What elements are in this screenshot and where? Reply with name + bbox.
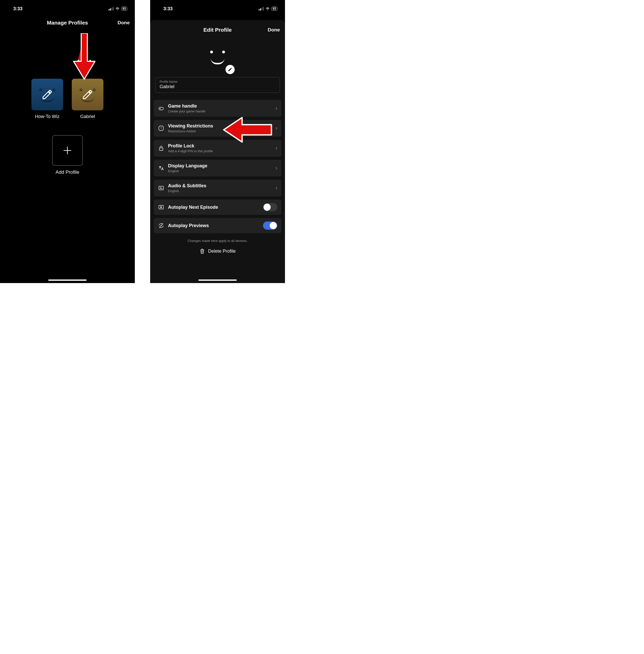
gamepad-icon — [158, 105, 164, 112]
profile-name: Gabriel — [72, 114, 104, 119]
done-button[interactable]: Done — [118, 20, 130, 26]
svg-rect-2 — [159, 186, 163, 190]
row-game-handle[interactable]: Game handle Create your game handle › — [154, 100, 281, 117]
edit-icon — [31, 79, 63, 110]
header: Edit Profile Done — [150, 22, 285, 37]
status-bar: 3:33 93 — [150, 0, 285, 13]
autoplay-previews-toggle[interactable] — [263, 222, 277, 230]
profile-avatar[interactable] — [203, 42, 232, 71]
add-profile-label: Add Profile — [0, 170, 135, 175]
row-audio-subtitles[interactable]: Audio & Subtitles English › — [154, 180, 281, 197]
annotation-arrow-down — [71, 33, 97, 84]
row-title: Display Language — [168, 163, 272, 168]
chevron-right-icon: › — [276, 185, 277, 191]
profile-name-input[interactable] — [160, 84, 276, 89]
row-autoplay-previews: Autoplay Previews — [154, 218, 281, 233]
subtitles-icon — [158, 185, 164, 191]
wifi-icon — [115, 7, 120, 10]
plus-icon — [52, 135, 83, 166]
edit-profile-screen: 3:33 93 Edit Profile Done Profile Name — [150, 0, 285, 283]
profile-name-field[interactable]: Profile Name — [155, 77, 280, 93]
add-profile-button[interactable]: Add Profile — [0, 135, 135, 175]
status-time: 3:33 — [163, 6, 172, 12]
trash-icon — [200, 248, 205, 254]
home-indicator — [199, 279, 237, 281]
profile-item-howtowiz[interactable]: How-To Wiz — [31, 79, 63, 119]
battery-indicator: 93 — [121, 7, 127, 11]
row-subtitle: Add a 4-digit PIN to this profile — [168, 149, 272, 153]
profile-name: How-To Wiz — [31, 114, 63, 119]
cellular-icon — [259, 7, 264, 10]
row-title: Audio & Subtitles — [168, 183, 272, 188]
edit-icon — [72, 79, 104, 110]
manage-profiles-screen: 3:33 93 Manage Profiles Done How-To Wiz — [0, 0, 135, 283]
lock-icon — [158, 145, 164, 152]
page-title: Edit Profile — [204, 27, 232, 33]
language-icon — [158, 165, 164, 172]
profile-item-gabriel[interactable]: Gabriel — [72, 79, 104, 119]
chevron-right-icon: › — [276, 105, 277, 112]
warning-icon — [158, 125, 164, 132]
play-next-icon — [158, 204, 164, 210]
delete-label: Delete Profile — [208, 249, 236, 254]
row-viewing-restrictions[interactable]: Viewing Restrictions Restrictions Added … — [154, 120, 281, 137]
repeat-icon — [158, 222, 164, 229]
status-icons: 93 — [109, 7, 127, 11]
chevron-right-icon: › — [276, 145, 277, 152]
svg-rect-1 — [159, 148, 163, 151]
row-subtitle: English — [168, 189, 272, 193]
profile-name-label: Profile Name — [160, 80, 276, 84]
avatar — [31, 79, 63, 110]
status-time: 3:33 — [13, 6, 22, 12]
chevron-right-icon: › — [276, 125, 277, 132]
home-indicator — [48, 279, 87, 281]
settings-list: Game handle Create your game handle › Vi… — [150, 100, 285, 233]
row-autoplay-next: Autoplay Next Episode — [154, 200, 281, 215]
autoplay-next-toggle[interactable] — [263, 203, 277, 211]
delete-profile-button[interactable]: Delete Profile — [150, 248, 285, 254]
row-profile-lock[interactable]: Profile Lock Add a 4-digit PIN to this p… — [154, 140, 281, 157]
done-button[interactable]: Done — [268, 27, 280, 33]
edit-avatar-button[interactable] — [226, 65, 235, 74]
header: Manage Profiles Done — [0, 15, 135, 30]
row-title: Game handle — [168, 104, 272, 109]
row-title: Autoplay Previews — [168, 223, 259, 228]
row-display-language[interactable]: Display Language English › — [154, 160, 281, 177]
row-title: Viewing Restrictions — [168, 123, 272, 129]
row-subtitle: English — [168, 169, 272, 173]
footer-note: Changes made here apply to all devices. — [150, 239, 285, 243]
cellular-icon — [109, 7, 114, 10]
row-subtitle: Create your game handle — [168, 109, 272, 113]
page-title: Manage Profiles — [47, 20, 88, 26]
profiles-grid: How-To Wiz Gabriel — [0, 79, 135, 119]
row-subtitle: Restrictions Added — [168, 129, 272, 133]
chevron-right-icon: › — [276, 165, 277, 172]
row-title: Autoplay Next Episode — [168, 205, 259, 210]
pencil-icon — [228, 67, 232, 72]
svg-rect-0 — [159, 107, 163, 110]
battery-indicator: 93 — [272, 7, 277, 11]
status-icons: 93 — [259, 7, 277, 11]
status-bar: 3:33 93 — [0, 0, 135, 13]
row-title: Profile Lock — [168, 143, 272, 149]
wifi-icon — [265, 7, 270, 10]
avatar — [72, 79, 104, 110]
